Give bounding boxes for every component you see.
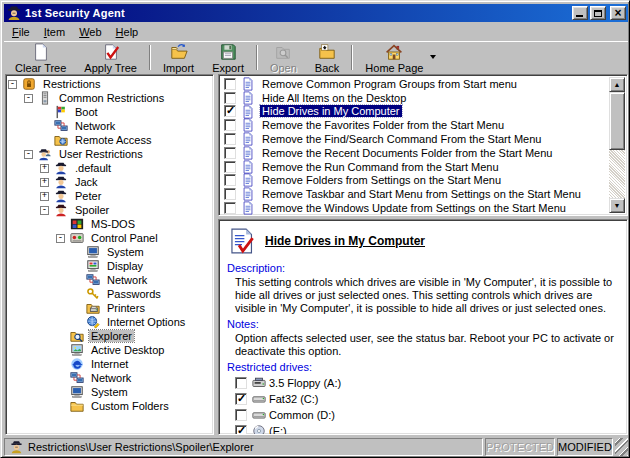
list-item-checkbox[interactable] [224, 105, 236, 117]
tree-indent [8, 392, 56, 393]
tree-item[interactable]: Printers [8, 301, 213, 315]
menu-item[interactable]: File [5, 24, 37, 40]
tree-item-label: Custom Folders [89, 400, 171, 412]
menu-item-label: File [12, 26, 30, 38]
menu-item[interactable]: Web [72, 24, 108, 40]
tree-expander-icon[interactable]: - [24, 94, 33, 103]
tree-item[interactable]: Internet Options [8, 315, 213, 329]
list-item[interactable]: Remove the Find/Search Command From the … [221, 132, 609, 146]
tree-item[interactable]: Network [8, 273, 213, 287]
close-button[interactable]: × [610, 6, 626, 20]
list-item-checkbox[interactable] [224, 92, 236, 104]
tree-indent [8, 196, 40, 197]
resize-grip[interactable] [615, 438, 628, 456]
drive-item[interactable]: 3.5 Floppy (A:) [235, 375, 619, 391]
tree-indent [8, 210, 40, 211]
list-item[interactable]: Remove the Run Command from the Start Me… [221, 160, 609, 174]
list-item[interactable]: Remove Folders from Settings on the Star… [221, 174, 609, 188]
list-item[interactable]: Hide Drives in My Computer [221, 105, 609, 119]
tree-indent [8, 364, 56, 365]
list-item-checkbox[interactable] [224, 78, 236, 90]
menu-item[interactable]: Help [109, 24, 146, 40]
list-item-label: Remove Taskbar and Start Menu from Setti… [260, 188, 583, 200]
toolbar-button[interactable]: Import [154, 43, 203, 72]
tree-item[interactable]: Active Desktop [8, 343, 213, 357]
list-item[interactable]: Remove Taskbar and Start Menu from Setti… [221, 187, 609, 201]
toolbar-button-label: Import [163, 62, 194, 74]
tree-expander-icon[interactable]: - [40, 206, 49, 215]
list-item-checkbox[interactable] [224, 174, 236, 186]
tree-item[interactable]: MS-DOS [8, 217, 213, 231]
maximize-button[interactable] [590, 6, 606, 20]
tree-expander-icon[interactable]: - [8, 80, 17, 89]
tree-item[interactable]: Display [8, 259, 213, 273]
drive-item[interactable]: Fat32 (C:) [235, 391, 619, 407]
toolbar-button[interactable]: Clear Tree [6, 43, 75, 72]
tree-expander-icon[interactable]: + [40, 164, 49, 173]
toolbar-button[interactable]: Export [203, 43, 253, 72]
drive-checkbox[interactable] [235, 425, 247, 435]
drive-checkbox[interactable] [235, 409, 247, 421]
toolbar-button[interactable]: Apply Tree [75, 43, 146, 72]
tree-item[interactable]: - Control Panel [8, 231, 213, 245]
tree-expander-icon[interactable]: + [40, 178, 49, 187]
tree-item[interactable]: System [8, 245, 213, 259]
menu-item[interactable]: Item [37, 24, 72, 40]
tree-item[interactable]: System [8, 385, 213, 399]
list-item-checkbox[interactable] [224, 147, 236, 159]
scroll-up-button[interactable]: ▲ [609, 77, 625, 92]
tree-indent [8, 350, 56, 351]
list-item-label: Remove the Favorites Folder from the Sta… [260, 119, 506, 131]
list-item[interactable]: Remove the Windows Update from Settings … [221, 201, 609, 215]
list-item[interactable]: Remove the Favorites Folder from the Sta… [221, 118, 609, 132]
tree-item[interactable]: Internet [8, 357, 213, 371]
list-item[interactable]: Hide All Items on the Desktop [221, 91, 609, 105]
tree-item[interactable]: - Spoiler [8, 203, 213, 217]
hard-drive-icon [251, 392, 267, 406]
tree-item-label: Display [105, 260, 145, 272]
tree-item[interactable]: Network [8, 371, 213, 385]
blank-page-icon [31, 43, 51, 61]
tree-item[interactable]: Passwords [8, 287, 213, 301]
toolbar-button[interactable]: Open [261, 43, 306, 72]
list-item[interactable]: Remove the Recent Documents Folder from … [221, 146, 609, 160]
drive-item[interactable]: (E:) [235, 423, 619, 435]
scrollbar-thumb[interactable] [609, 92, 625, 150]
tree-expander-icon[interactable]: + [40, 192, 49, 201]
tree-item[interactable]: Remote Access [8, 133, 213, 147]
tree-item[interactable]: + .default [8, 161, 213, 175]
minimize-button[interactable] [572, 6, 588, 20]
vertical-scrollbar[interactable]: ▲ ▼ [609, 77, 625, 213]
restriction-list-panel: Remove Common Program Groups from Start … [218, 74, 628, 216]
tree-item[interactable]: - Common Restrictions [8, 91, 213, 105]
list-item-checkbox[interactable] [224, 119, 236, 131]
list-item-checkbox[interactable] [224, 133, 236, 145]
tree-item[interactable]: - Restrictions [8, 77, 213, 91]
tree-expander-icon[interactable]: - [24, 150, 33, 159]
toolbar-button-label: Clear Tree [15, 62, 66, 74]
tree-item-label: Remote Access [73, 134, 153, 146]
toolbar-button[interactable]: Home Page [356, 43, 432, 72]
app-window: 1st Security Agent × FileItemWebHelp Cle… [0, 0, 630, 458]
list-item-label: Hide Drives in My Computer [260, 105, 402, 117]
list-item-checkbox[interactable] [224, 188, 236, 200]
drive-checkbox[interactable] [235, 377, 247, 389]
list-item-checkbox[interactable] [224, 202, 236, 214]
drive-checkbox[interactable] [235, 393, 247, 405]
status-protected-badge: PROTECTED [485, 438, 555, 456]
tree-item[interactable]: Boot [8, 105, 213, 119]
tree-item[interactable]: + Peter [8, 189, 213, 203]
list-item[interactable]: Remove Common Program Groups from Start … [221, 77, 609, 91]
tree-item[interactable]: Explorer [8, 329, 213, 343]
scroll-down-button[interactable]: ▼ [609, 198, 625, 213]
tree-item[interactable]: + Jack [8, 175, 213, 189]
list-item-checkbox[interactable] [224, 161, 236, 173]
tree-item[interactable]: - User Restrictions [8, 147, 213, 161]
tree-item[interactable]: Custom Folders [8, 399, 213, 413]
tree-expander-icon[interactable]: - [56, 234, 65, 243]
page-icon [240, 146, 256, 160]
drive-item[interactable]: Common (D:) [235, 407, 619, 423]
dropdown-arrow-icon[interactable] [430, 55, 436, 59]
tree-item[interactable]: Network [8, 119, 213, 133]
toolbar-button[interactable]: Back [306, 43, 348, 72]
